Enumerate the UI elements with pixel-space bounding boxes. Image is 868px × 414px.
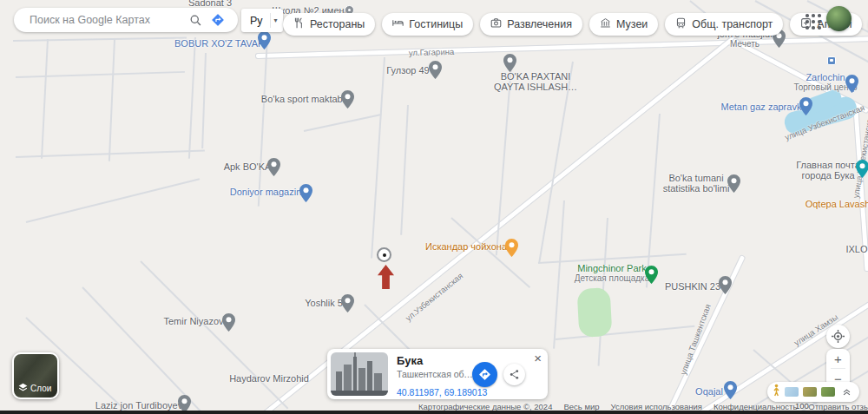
road	[556, 325, 694, 340]
poi-label[interactable]: Искандар чойхона	[425, 241, 507, 252]
road	[108, 39, 115, 161]
poi-label[interactable]: Apk BO'KA	[224, 161, 272, 172]
layers-icon	[18, 383, 28, 394]
layers-label: Слои	[30, 384, 51, 393]
transit-icon	[675, 17, 687, 31]
poi-pin-teal-marker[interactable]	[856, 160, 868, 178]
avatar[interactable]	[826, 6, 852, 31]
chip-transit[interactable]: Общ. транспорт	[665, 13, 783, 36]
imagery-thumbnail[interactable]	[821, 387, 835, 397]
poi-label[interactable]: Sadonat 3	[188, 0, 232, 8]
pegman-bar	[767, 382, 859, 402]
language-label: Ру	[247, 15, 266, 27]
window-edge	[0, 411, 868, 414]
zoom-in-button[interactable]: +	[826, 349, 850, 368]
poi-pin-amber-marker[interactable]	[505, 239, 518, 257]
my-location-button[interactable]	[826, 325, 850, 348]
poi-label[interactable]: PUSHKIN 23	[665, 281, 720, 292]
pegman-icon[interactable]	[773, 384, 780, 400]
museum-icon	[600, 17, 611, 31]
poi-label[interactable]: Главная почтагорода Бука	[796, 160, 860, 181]
close-icon[interactable]: ×	[534, 352, 542, 365]
directions-icon[interactable]	[207, 9, 229, 31]
camera-icon	[490, 17, 502, 31]
directions-button[interactable]	[472, 362, 497, 387]
street-label: ул.Гагарина	[409, 47, 455, 57]
poi-pin-gray-marker[interactable]	[503, 54, 516, 72]
chevron-down-icon: ▾	[274, 16, 278, 24]
poi-label[interactable]: Bo'ka sport maktabi	[261, 94, 345, 104]
poi-label[interactable]: BO'KA PAXTANIQAYTA ISHLASH…	[494, 71, 577, 92]
transit-stop-icon[interactable]	[827, 56, 836, 65]
park-area	[577, 287, 613, 338]
place-info: Бука Ташкентская область, … 40.811987, 6…	[391, 349, 472, 399]
google-maps-window: ул.Гагаринаул.Узбекистанскаяулица Узбеки…	[0, 0, 868, 414]
poi-label[interactable]: IXLO	[845, 244, 867, 254]
restaurant-icon	[293, 17, 305, 31]
dropped-point-marker	[377, 247, 391, 262]
poi-label[interactable]: Bo'ka tumanistatistika bo'limi	[663, 173, 730, 194]
divider	[270, 13, 271, 28]
poi-pin-green-marker[interactable]	[645, 266, 658, 284]
category-chips: РестораныГостиницыРазвлеченияМузеиОбщ. т…	[283, 13, 868, 36]
road	[26, 178, 200, 223]
poi-label[interactable]: Haydarov Mirzohid	[229, 373, 309, 384]
poi-pin-blue-marker[interactable]	[258, 31, 271, 49]
road	[553, 200, 565, 349]
place-subtitle: Ташкентская область, …	[397, 369, 477, 379]
road	[371, 57, 385, 259]
poi-pin-gray-marker[interactable]	[222, 313, 235, 332]
street-label: улица Ташкентская	[678, 303, 713, 376]
hotel-icon	[392, 17, 404, 31]
poi-pin-blue-marker[interactable]	[724, 381, 737, 399]
road	[646, 114, 661, 288]
poi-label[interactable]: Oqajal	[695, 386, 723, 397]
poi-pin-gray-marker[interactable]	[341, 294, 354, 312]
imagery-thumbnail[interactable]	[785, 387, 799, 397]
poi-label[interactable]: Yoshlik 5	[305, 298, 343, 308]
poi-label[interactable]: Temir Niyazov	[163, 316, 223, 326]
search-icon[interactable]	[184, 9, 207, 31]
poi-pin-gray-marker[interactable]	[429, 61, 442, 79]
poi-pin-gray-marker[interactable]	[341, 90, 354, 108]
red-arrow-annotation	[378, 265, 394, 289]
poi-pin-blue-marker[interactable]	[845, 75, 858, 93]
chip-camera[interactable]: Развлечения	[480, 13, 582, 36]
chip-hotel[interactable]: Гостиницы	[382, 13, 473, 36]
poi-label[interactable]: Doniyor magazin	[230, 187, 302, 197]
road	[400, 105, 409, 235]
place-photo[interactable]	[331, 352, 388, 396]
poi-pin-blue-marker[interactable]	[799, 97, 812, 115]
chip-restaurant[interactable]: Рестораны	[283, 13, 375, 36]
layers-button[interactable]: Слои	[12, 352, 59, 399]
poi-label[interactable]: Mingchinor ParkДетская площадка	[575, 263, 650, 284]
google-apps-icon[interactable]	[806, 14, 821, 30]
poi-pin-blue-marker[interactable]	[299, 184, 312, 202]
search-input[interactable]	[28, 13, 184, 27]
road	[13, 37, 187, 42]
place-card: Бука Ташкентская область, … 40.811987, 6…	[327, 349, 548, 399]
road	[201, 53, 207, 148]
road	[258, 37, 268, 207]
road	[41, 39, 49, 159]
place-coordinates: 40.811987, 69.189013	[397, 387, 470, 398]
search-box	[14, 8, 238, 32]
street-label: улица Узбекистанская	[851, 114, 868, 199]
poi-label[interactable]: Laziz jon Turdiboyev	[95, 400, 182, 411]
imagery-thumbnail[interactable]	[803, 387, 817, 397]
road	[140, 260, 288, 409]
poi-label[interactable]: Гулзор 49	[386, 65, 429, 76]
road	[304, 114, 380, 132]
poi-pin-gray-marker[interactable]	[267, 158, 280, 176]
poi-label[interactable]: BOBUR XO'Z TAVAR	[174, 38, 265, 49]
poi-label[interactable]: Metan gaz zapravka	[720, 102, 806, 112]
collapse-up-icon[interactable]	[842, 384, 852, 400]
poi-pin-gray-marker[interactable]	[719, 276, 732, 294]
road	[16, 71, 185, 78]
chip-museum[interactable]: Музеи	[589, 13, 658, 36]
language-button[interactable]: Ру ▾	[241, 9, 283, 32]
road	[188, 37, 196, 159]
share-button[interactable]	[503, 364, 525, 385]
poi-label[interactable]: Oqtepa Lavash	[806, 199, 868, 209]
poi-pin-gray-marker[interactable]	[727, 174, 740, 193]
